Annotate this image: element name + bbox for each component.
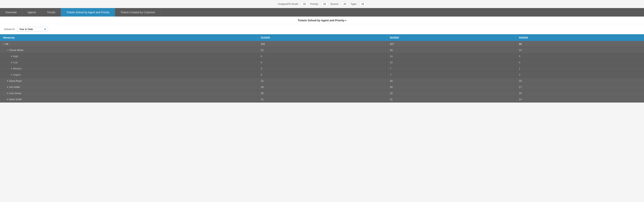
priority-btn[interactable]: All [321, 2, 328, 6]
filter-bar: AssignedTo Email: All Priority: All Sour… [0, 0, 644, 8]
source-btn[interactable]: All [341, 2, 348, 6]
cell-9-1: 21 [386, 96, 516, 102]
cell-2-2: 5 [516, 53, 644, 59]
table-row: +Dana Ryan223020 [0, 78, 644, 84]
header-row: Hierarchy01/202002/202003/2020 [0, 34, 644, 41]
type-btn[interactable]: All [359, 2, 366, 6]
hierarchy-cell-8: +Lisa Jones [0, 90, 258, 96]
cell-5-0: 5 [258, 72, 386, 78]
cell-5-1: 7 [386, 72, 516, 78]
tab-tickets-solved[interactable]: Tickets Solved by Agent and Priority [61, 8, 115, 16]
assigned-to-btn[interactable]: All [301, 2, 308, 6]
table-row: +Urgent573 [0, 72, 644, 78]
hierarchy-cell-3: +Low [0, 59, 258, 66]
minus-icon[interactable]: − [3, 42, 5, 45]
solved-at-label: Solved At: [4, 28, 15, 31]
cell-8-0: 28 [258, 90, 386, 96]
col-header-3: 03/2020 [516, 34, 644, 41]
cell-9-0: 31 [258, 96, 386, 102]
tab-overview[interactable]: Overview [0, 8, 22, 16]
cell-6-0: 22 [258, 78, 386, 84]
data-table: Hierarchy01/202002/202003/2020 −All13112… [0, 34, 644, 102]
dropdown-arrow-icon[interactable]: ▾ [345, 19, 346, 22]
cell-4-1: 7 [386, 66, 516, 72]
hierarchy-cell-4: +Medium [0, 66, 258, 72]
row-label: Urgent [13, 73, 21, 76]
cell-2-0: 6 [258, 53, 386, 59]
cell-7-2: 17 [516, 84, 644, 90]
table-row: +High6105 [0, 53, 644, 59]
tab-trends[interactable]: Trends [42, 8, 61, 16]
row-label: Medium [13, 67, 22, 70]
row-label: Dana Ryan [9, 80, 22, 82]
table-row: +Mark Smith312114 [0, 96, 644, 102]
solved-at-select[interactable]: Year to DateLast 30 DaysLast 7 DaysCusto… [17, 27, 48, 32]
cell-2-1: 10 [386, 53, 516, 59]
row-label: Low [13, 61, 18, 64]
cell-3-2: 4 [516, 59, 644, 66]
row-label: Chuck White [9, 49, 24, 52]
hierarchy-cell-5: +Urgent [0, 72, 258, 78]
cell-1-2: 13 [516, 47, 644, 53]
hierarchy-cell-6: +Dana Ryan [0, 78, 258, 84]
tab-agents[interactable]: Agents [22, 8, 42, 16]
plus-icon[interactable]: + [7, 86, 8, 89]
plus-icon[interactable]: + [7, 98, 8, 101]
table-row: +Jim Keller282017 [0, 84, 644, 90]
cell-8-1: 22 [386, 90, 516, 96]
cell-0-0: 131 [258, 41, 386, 47]
table-header: Hierarchy01/202002/202003/2020 [0, 34, 644, 41]
content-area: Tickets Solved by Agent and Priority ▾ S… [0, 16, 644, 102]
plus-icon[interactable]: + [11, 61, 12, 64]
minus-icon[interactable]: − [7, 49, 8, 52]
cell-7-1: 20 [386, 84, 516, 90]
table-row: +Lisa Jones282224 [0, 90, 644, 96]
hierarchy-cell-0: −All [0, 41, 258, 47]
table-row: +Medium571 [0, 66, 644, 72]
cell-4-0: 5 [258, 66, 386, 72]
table-row: +Low6104 [0, 59, 644, 66]
type-label: Type: [350, 2, 357, 5]
plus-icon[interactable]: + [11, 55, 12, 58]
table-row: −Chuck White223413 [0, 47, 644, 53]
tab-tickets-created[interactable]: Tickets Created by Customer [115, 8, 161, 16]
report-title: Tickets Solved by Agent and Priority [298, 19, 344, 22]
solved-at-select-wrapper: Year to DateLast 30 DaysLast 7 DaysCusto… [17, 27, 48, 32]
row-label: Jim Keller [9, 86, 20, 89]
solved-at-bar: Solved At: Year to DateLast 30 DaysLast … [0, 24, 644, 34]
col-header-1: 01/2020 [258, 34, 386, 41]
col-header-0: Hierarchy [0, 34, 258, 41]
hierarchy-cell-2: +High [0, 53, 258, 59]
row-label: High [13, 55, 18, 58]
table-body: −All13112788−Chuck White223413+High6105+… [0, 41, 644, 102]
row-label: Lisa Jones [9, 92, 21, 95]
report-title-bar: Tickets Solved by Agent and Priority ▾ [0, 16, 644, 24]
row-label: Mark Smith [9, 98, 22, 101]
plus-icon[interactable]: + [11, 67, 12, 70]
cell-3-1: 10 [386, 59, 516, 66]
cell-3-0: 6 [258, 59, 386, 66]
cell-0-2: 88 [516, 41, 644, 47]
plus-icon[interactable]: + [11, 73, 12, 76]
hierarchy-cell-1: −Chuck White [0, 47, 258, 53]
cell-0-1: 127 [386, 41, 516, 47]
assigned-to-label: AssignedTo Email: [278, 2, 298, 5]
cell-4-2: 1 [516, 66, 644, 72]
row-label: All [6, 42, 8, 45]
cell-1-0: 22 [258, 47, 386, 53]
source-label: Source: [330, 2, 339, 5]
cell-6-1: 30 [386, 78, 516, 84]
cell-5-2: 3 [516, 72, 644, 78]
plus-icon[interactable]: + [7, 92, 8, 95]
tab-bar: OverviewAgentsTrendsTickets Solved by Ag… [0, 8, 644, 16]
plus-icon[interactable]: + [7, 80, 8, 82]
hierarchy-cell-7: +Jim Keller [0, 84, 258, 90]
cell-8-2: 24 [516, 90, 644, 96]
col-header-2: 02/2020 [386, 34, 516, 41]
hierarchy-cell-9: +Mark Smith [0, 96, 258, 102]
cell-1-1: 34 [386, 47, 516, 53]
priority-label: Priority: [310, 2, 319, 5]
cell-7-0: 28 [258, 84, 386, 90]
cell-6-2: 20 [516, 78, 644, 84]
cell-9-2: 14 [516, 96, 644, 102]
